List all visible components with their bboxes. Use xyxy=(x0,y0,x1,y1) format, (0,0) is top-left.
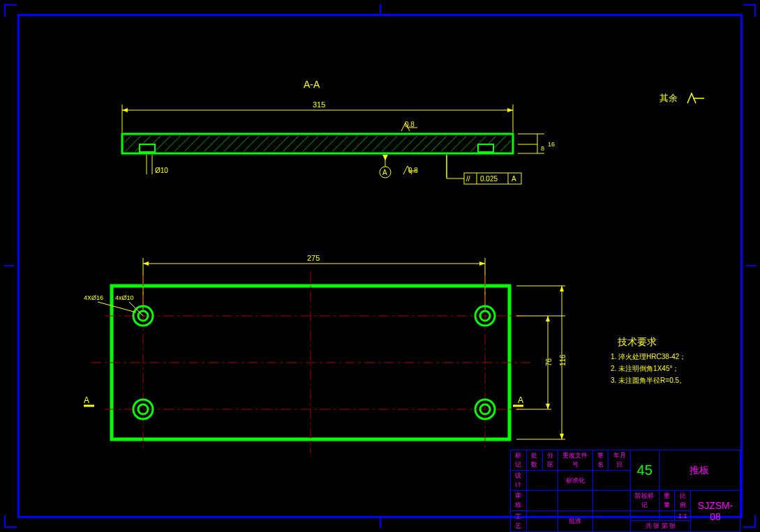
note-1: 1. 淬火处理HRC38-42； xyxy=(611,353,686,360)
svg-marker-28 xyxy=(479,261,485,266)
dim-overall-y: 116 xyxy=(559,354,567,366)
tb-cell: 比例 xyxy=(675,491,691,511)
gdnt-value: 0.025 xyxy=(480,175,498,183)
dim-dia: Ø10 xyxy=(155,167,168,174)
svg-marker-27 xyxy=(143,261,149,266)
hole-label-1: 4XØ16 xyxy=(84,294,103,301)
svg-marker-4 xyxy=(507,108,513,112)
tb-cell: 签名 xyxy=(593,450,609,471)
svg-marker-51 xyxy=(546,404,550,409)
note-3: 3. 未注圆角半径R=0.5。 xyxy=(611,377,686,384)
dim-hole-pitch-y: 76 xyxy=(545,358,553,366)
section-label: A-A xyxy=(304,79,320,90)
svg-rect-6 xyxy=(140,144,155,152)
svg-line-44 xyxy=(129,302,143,316)
section-mark-right: A xyxy=(518,395,523,405)
tb-cell: 设计 xyxy=(511,471,527,491)
svg-marker-53 xyxy=(560,286,564,291)
tb-sheets: 共 张 第 张 xyxy=(630,521,690,532)
gdnt-datum: A xyxy=(512,175,516,183)
tb-cell: 年月日 xyxy=(609,450,631,471)
title-block: 标记 处数 分区 更改文件号 签名 年月日 45 推板 设计 标准化 审核 阶段… xyxy=(510,450,740,516)
datum-a: A xyxy=(382,169,387,176)
tb-cell: 标记 xyxy=(511,450,527,471)
general-finish-label: 其余 xyxy=(660,93,678,103)
tb-ratio: 1:1 xyxy=(675,511,691,521)
section-hatch xyxy=(124,136,511,151)
svg-marker-16 xyxy=(382,155,388,160)
tb-cell: 标准化 xyxy=(558,471,593,491)
tb-cell: 更改文件号 xyxy=(558,450,593,471)
tb-cell: 阶段标记 xyxy=(630,491,659,511)
tb-cell: 批准 xyxy=(558,511,593,532)
tb-material: 45 xyxy=(630,450,659,491)
notes-title: 技术要求 xyxy=(617,336,657,347)
tb-cell: 工艺 xyxy=(511,511,527,532)
tb-drawing-no: SJZSM-08 xyxy=(691,491,740,532)
svg-marker-54 xyxy=(560,434,564,439)
svg-marker-3 xyxy=(122,108,128,112)
tb-part-name: 推板 xyxy=(659,450,740,491)
dim-overall-length: 315 xyxy=(313,100,325,109)
tb-cell: 分区 xyxy=(542,450,558,471)
hole-label-2: 4xØ10 xyxy=(115,294,134,301)
tb-cell: 处数 xyxy=(526,450,542,471)
dim-thickness: 16 xyxy=(548,141,555,148)
svg-text://: // xyxy=(466,175,470,183)
tb-cell: 重量 xyxy=(659,491,675,511)
dim-hole-pitch-x: 275 xyxy=(307,254,320,262)
svg-marker-50 xyxy=(546,316,550,321)
tb-cell: 审核 xyxy=(511,491,527,511)
svg-rect-7 xyxy=(478,144,493,152)
note-2: 2. 未注明倒角1X45°； xyxy=(611,365,679,372)
section-mark-left: A xyxy=(84,395,89,405)
dim-thickness2: 8 xyxy=(541,145,544,152)
